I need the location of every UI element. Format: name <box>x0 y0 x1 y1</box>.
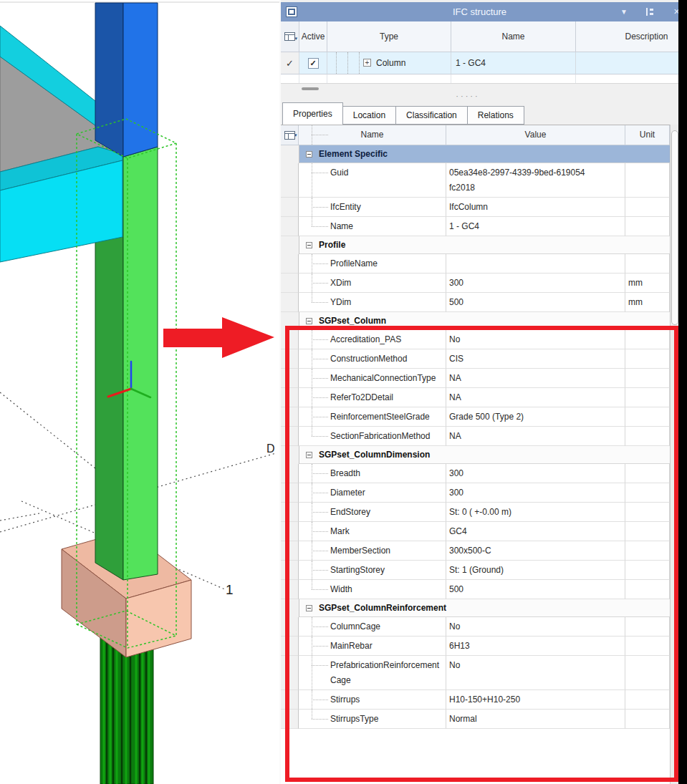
property-row[interactable]: StirrupsH10-150+H10-250 <box>281 690 670 710</box>
group-row[interactable]: Element Specific <box>281 145 670 163</box>
property-name-cell[interactable]: ReinforcementSteelGrade <box>299 407 446 427</box>
property-row[interactable]: ProfileName <box>281 254 670 274</box>
collapse-minus-icon[interactable] <box>306 151 312 158</box>
property-name-cell[interactable]: StartingStorey <box>299 561 446 580</box>
tab-relations[interactable]: Relations <box>468 106 524 125</box>
name-cell[interactable]: 1 - GC4 <box>451 52 576 74</box>
group-header[interactable]: SGPset_ColumnReinforcement <box>299 599 670 617</box>
property-name-cell[interactable]: Accreditation_PAS <box>299 330 446 349</box>
property-value-cell[interactable]: H10-150+H10-250 <box>446 690 625 710</box>
property-name-cell[interactable]: ConstructionMethod <box>299 349 446 369</box>
property-row[interactable]: StirrupsTypeNormal <box>281 710 670 729</box>
description-cell[interactable] <box>576 52 687 74</box>
property-value-cell[interactable]: IfcColumn <box>446 198 625 217</box>
property-name-cell[interactable]: IfcEntity <box>299 198 446 217</box>
property-name-cell[interactable]: ReferTo2DDetail <box>299 388 446 407</box>
collapse-minus-icon[interactable] <box>306 318 312 324</box>
tab-properties[interactable]: Properties <box>282 102 343 125</box>
property-value-cell[interactable]: 500 <box>446 293 625 312</box>
property-value-cell[interactable]: No <box>446 656 625 690</box>
property-name-cell[interactable]: PrefabricationReinforcementCage <box>299 656 446 690</box>
collapse-minus-icon[interactable] <box>306 605 312 611</box>
property-value-cell[interactable]: St: 1 (Ground) <box>446 561 625 580</box>
tab-classification[interactable]: Classification <box>396 106 468 125</box>
property-name-cell[interactable]: MemberSection <box>299 541 446 561</box>
property-name-cell[interactable]: ColumnCage <box>299 617 446 637</box>
property-row[interactable]: ReinforcementSteelGradeGrade 500 (Type 2… <box>281 407 670 427</box>
property-name-cell[interactable]: EndStorey <box>299 503 446 522</box>
collapse-minus-icon[interactable] <box>306 452 312 458</box>
header-prop-value[interactable]: Value <box>446 125 625 145</box>
tab-location[interactable]: Location <box>343 106 396 125</box>
property-value-cell[interactable]: 300 <box>446 483 625 503</box>
property-row[interactable]: PrefabricationReinforcementCageNo <box>281 656 670 690</box>
active-checkbox[interactable]: ✓ <box>308 58 319 69</box>
group-header[interactable]: SGPset_ColumnDimension <box>299 446 670 464</box>
group-row[interactable]: SGPset_ColumnDimension <box>281 446 670 464</box>
column-chooser-cell[interactable]: ▾ <box>281 21 299 52</box>
upper-column[interactable] <box>95 3 158 157</box>
model-viewport[interactable]: D 1 <box>0 0 279 784</box>
property-row[interactable]: ColumnCageNo <box>281 617 670 637</box>
expand-plus-icon[interactable]: + <box>363 59 371 67</box>
property-value-cell[interactable] <box>446 254 625 274</box>
property-name-cell[interactable]: StirrupsType <box>299 710 446 729</box>
property-value-cell[interactable]: 300 <box>446 464 625 483</box>
property-value-cell[interactable]: St: 0 ( +-0.00 m) <box>446 503 625 522</box>
property-row[interactable]: ConstructionMethodCIS <box>281 349 670 369</box>
property-name-cell[interactable]: SectionFabricationMethod <box>299 427 446 446</box>
property-name-cell[interactable]: Breadth <box>299 464 446 483</box>
property-name-cell[interactable]: MainRebar <box>299 637 446 656</box>
property-row[interactable]: Name1 - GC4 <box>281 217 670 236</box>
header-type[interactable]: Type <box>327 21 451 52</box>
property-value-cell[interactable]: 05ea34e8-2997-4339-9bed-619054fc2018 <box>446 163 625 198</box>
property-value-cell[interactable]: NA <box>446 388 625 407</box>
table-row[interactable]: ✓✓+Column1 - GC4 <box>281 52 687 74</box>
header-prop-unit[interactable]: Unit <box>625 125 670 145</box>
property-row[interactable]: ReferTo2DDetailNA <box>281 388 670 407</box>
group-row[interactable]: Profile <box>281 236 670 254</box>
property-value-cell[interactable]: No <box>446 617 625 637</box>
property-name-cell[interactable]: ProfileName <box>299 254 446 274</box>
property-name-cell[interactable]: Diameter <box>299 483 446 503</box>
property-row[interactable]: MarkGC4 <box>281 522 670 541</box>
property-row[interactable]: SectionFabricationMethodNA <box>281 427 670 446</box>
grid-chooser-cell[interactable]: ▾ <box>281 125 299 145</box>
property-name-cell[interactable]: Mark <box>299 522 446 541</box>
splitter-handle[interactable]: ····· <box>451 92 484 100</box>
ifc-structure-titlebar[interactable]: IFC structure ▼ ✕ <box>281 2 678 21</box>
window-restore-icon[interactable] <box>286 6 297 17</box>
scrollbar-thumb[interactable] <box>671 130 678 325</box>
header-active[interactable]: Active <box>299 21 327 52</box>
property-name-cell[interactable]: Stirrups <box>299 690 446 710</box>
property-name-cell[interactable]: Guid <box>299 163 446 198</box>
property-row[interactable]: YDim500mm <box>281 293 670 312</box>
property-value-cell[interactable]: NA <box>446 369 625 388</box>
header-name[interactable]: Name <box>451 21 576 52</box>
property-row[interactable]: IfcEntityIfcColumn <box>281 198 670 217</box>
group-header[interactable]: Profile <box>299 236 670 254</box>
property-value-cell[interactable]: CIS <box>446 349 625 369</box>
property-value-cell[interactable]: 500 <box>446 580 625 599</box>
collapse-minus-icon[interactable] <box>306 242 312 248</box>
dropdown-caret-icon[interactable]: ▼ <box>620 7 628 16</box>
property-value-cell[interactable]: Grade 500 (Type 2) <box>446 407 625 427</box>
property-row[interactable]: Diameter300 <box>281 483 670 503</box>
property-name-cell[interactable]: MechanicalConnectionType <box>299 369 446 388</box>
property-row[interactable]: EndStoreySt: 0 ( +-0.00 m) <box>281 503 670 522</box>
group-row[interactable]: SGPset_Column <box>281 312 670 330</box>
property-row[interactable]: StartingStoreySt: 1 (Ground) <box>281 561 670 580</box>
column-chooser-icon[interactable]: ▾ <box>284 32 295 41</box>
property-row[interactable]: Accreditation_PASNo <box>281 330 670 349</box>
grid-chooser-icon[interactable]: ▾ <box>284 131 295 140</box>
type-cell[interactable]: +Column <box>327 52 451 74</box>
property-value-cell[interactable]: Normal <box>446 710 625 729</box>
tree-view-icon[interactable] <box>645 8 654 16</box>
header-prop-name[interactable]: Name <box>299 125 446 145</box>
property-name-cell[interactable]: Width <box>299 580 446 599</box>
group-row[interactable]: SGPset_ColumnReinforcement <box>281 599 670 617</box>
property-value-cell[interactable]: NA <box>446 427 625 446</box>
property-row[interactable]: Guid05ea34e8-2997-4339-9bed-619054fc2018 <box>281 163 670 198</box>
property-value-cell[interactable]: 300 <box>446 274 625 293</box>
property-row[interactable]: XDim300mm <box>281 274 670 293</box>
